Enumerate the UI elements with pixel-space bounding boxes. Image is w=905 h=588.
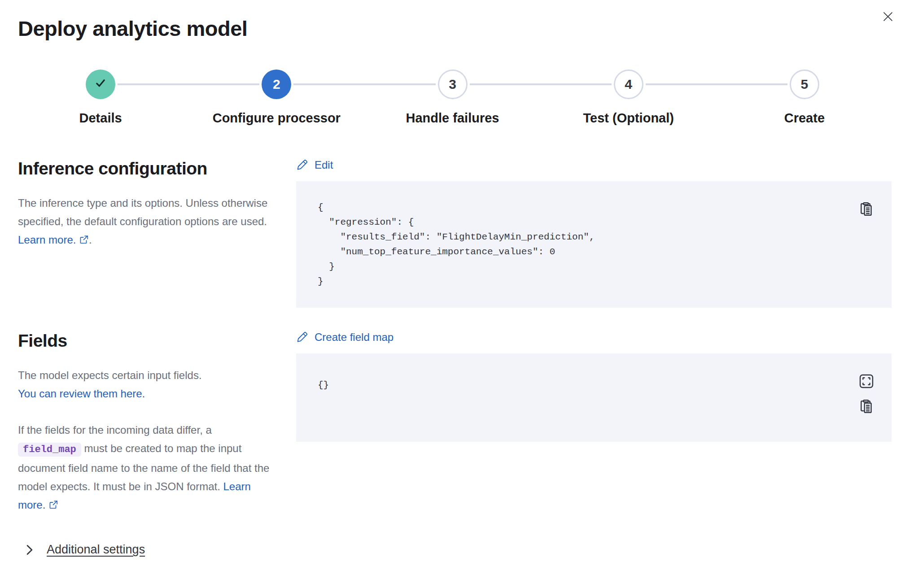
inference-desc-period: . <box>89 234 92 246</box>
inference-config-heading: Inference configuration <box>18 159 283 179</box>
copy-clipboard-icon <box>858 409 874 416</box>
field-map-panel-area: Create field map {} <box>296 331 892 514</box>
fields-description: Fields The model expects certain input f… <box>18 331 296 514</box>
step-label: Details <box>79 111 122 126</box>
fields-para-pre: If the fields for the incoming data diff… <box>18 424 212 436</box>
step-test-optional[interactable]: 4 Test (Optional) <box>541 70 717 126</box>
inference-desc-text: The inference type and its options. Unle… <box>18 197 267 227</box>
step-label: Test (Optional) <box>583 111 673 126</box>
step-label: Configure processor <box>213 111 341 126</box>
fields-field-map-text: If the fields for the incoming data diff… <box>18 421 277 514</box>
pencil-icon <box>296 159 308 171</box>
edit-link-label: Edit <box>315 159 333 171</box>
external-link-icon[interactable] <box>79 231 89 241</box>
external-link-icon[interactable] <box>48 497 58 506</box>
copy-button[interactable] <box>858 201 874 217</box>
step-handle-failures[interactable]: 3 Handle failures <box>364 70 540 126</box>
step-details-circle <box>86 70 115 99</box>
inference-config-text: The inference type and its options. Unle… <box>18 194 277 249</box>
inference-config-description: Inference configuration The inference ty… <box>18 159 296 308</box>
step-create[interactable]: 5 Create <box>717 70 892 126</box>
step-label: Create <box>784 111 825 126</box>
step-details[interactable]: Details <box>13 70 188 126</box>
fields-heading: Fields <box>18 331 283 351</box>
review-fields-link[interactable]: You can review them here. <box>18 384 277 403</box>
field-map-inline-code: field_map <box>18 443 81 457</box>
step-label: Handle failures <box>406 111 499 126</box>
step-progress: Details 2 Configure processor 3 Handle f… <box>13 70 892 126</box>
additional-settings-label: Additional settings <box>47 543 145 557</box>
inference-panel-controls <box>858 201 874 217</box>
copy-clipboard-icon <box>858 212 874 218</box>
create-field-map-label: Create field map <box>315 331 393 344</box>
deploy-analytics-flyout: Deploy analytics model Details 2 Configu… <box>0 0 905 588</box>
inference-config-panel-area: Edit { "regression": { "results_field": … <box>296 159 892 308</box>
inference-config-code-block: { "regression": { "results_field": "Flig… <box>296 181 892 308</box>
check-icon <box>94 76 107 93</box>
field-map-json: {} <box>318 378 829 392</box>
flyout-body: Inference configuration The inference ty… <box>0 159 905 514</box>
chevron-right-icon <box>23 544 36 556</box>
step-handle-failures-circle: 3 <box>438 70 468 99</box>
field-map-code-block: {} <box>296 353 892 442</box>
edit-inference-config-link[interactable]: Edit <box>296 159 333 171</box>
fullscreen-button[interactable] <box>858 373 874 389</box>
field-map-panel-controls <box>858 373 874 414</box>
additional-settings-toggle[interactable]: Additional settings <box>23 543 145 557</box>
close-icon <box>882 11 894 24</box>
step-configure-circle: 2 <box>262 70 291 99</box>
fields-intro-text: The model expects certain input fields. <box>18 369 202 381</box>
step-configure-processor[interactable]: 2 Configure processor <box>188 70 364 126</box>
inference-config-json: { "regression": { "results_field": "Flig… <box>318 200 829 289</box>
close-button[interactable] <box>880 9 896 25</box>
pencil-icon <box>296 331 308 343</box>
step-test-circle: 4 <box>614 70 643 99</box>
fields-intro: The model expects certain input fields. … <box>18 366 277 403</box>
fullscreen-icon <box>858 384 874 391</box>
inference-learn-more-link[interactable]: Learn more. <box>18 234 76 246</box>
copy-button[interactable] <box>858 398 874 414</box>
step-create-circle: 5 <box>790 70 819 99</box>
page-title: Deploy analytics model <box>18 16 905 41</box>
create-field-map-link[interactable]: Create field map <box>296 331 393 344</box>
